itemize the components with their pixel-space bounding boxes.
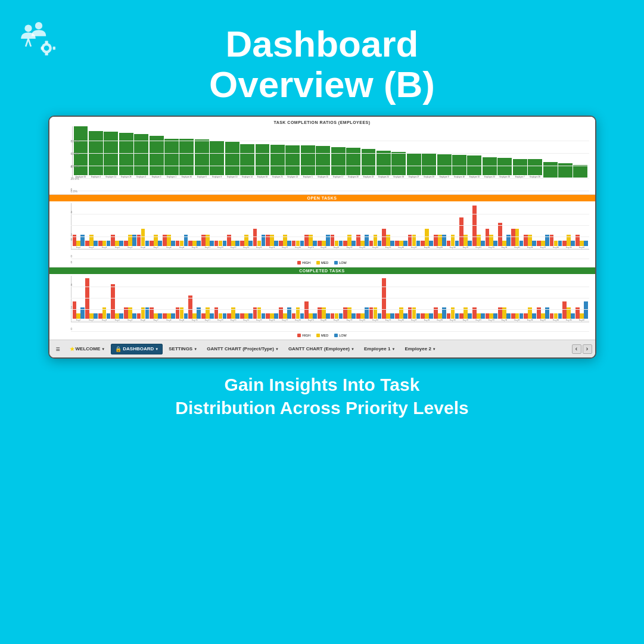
settings-button[interactable]: SETTINGS ▼: [165, 344, 201, 353]
completion-bar: [195, 139, 209, 176]
open-bar: [76, 241, 80, 247]
completed-bar: [351, 313, 356, 319]
completion-bar: [573, 165, 587, 178]
nav-prev-button[interactable]: ‹: [572, 344, 581, 354]
completion-bar: [316, 146, 330, 176]
completion-bar-group: [573, 165, 587, 178]
dashboard-button[interactable]: 🔒 DASHBOARD ▼: [111, 344, 163, 354]
completed-bar: [188, 295, 192, 319]
logo: [18, 18, 60, 60]
completed-bar: [107, 313, 111, 319]
completed-bar: [98, 313, 102, 319]
bottom-text: Gain Insights Into Task Distribution Acr…: [0, 373, 644, 419]
open-bar: [150, 241, 154, 247]
completed-bar: [378, 313, 382, 319]
completion-bar: [528, 159, 542, 176]
open-bar: [378, 241, 382, 247]
open-bar: [416, 241, 421, 247]
open-bar: [279, 241, 283, 247]
completed-tasks-title: COMPLETED TASKS: [49, 267, 595, 274]
completed-bar: [506, 313, 511, 319]
task-completion-title: TASK COMPLETION RATIOS (EMPLOYEES): [54, 120, 590, 125]
completion-bar: [407, 153, 421, 175]
open-bar: [502, 241, 506, 247]
completed-bar: [386, 313, 390, 319]
gantt-project-button[interactable]: GANTT CHART (Project/Type) ▼: [203, 344, 282, 353]
open-bar: [188, 241, 192, 247]
completed-bar: [416, 313, 421, 319]
nav-controls: ‹ ›: [572, 344, 592, 354]
completion-bar: [210, 141, 224, 175]
completed-bar: [248, 313, 253, 319]
open-bar: [141, 229, 145, 246]
completed-bar: [111, 284, 115, 319]
taskbar: ≡ ★ WELCOME ▼ 🔒 DASHBOARD ▼ SETTINGS ▼ G…: [49, 340, 595, 357]
employee2-chevron: ▼: [433, 347, 436, 351]
open-bar: [481, 241, 485, 247]
completed-bar: [360, 313, 365, 319]
employee2-label: Employee 2: [405, 346, 431, 351]
open-bar: [468, 241, 472, 247]
open-bar: [571, 241, 575, 247]
open-bar: [210, 241, 214, 247]
completion-bar-group: Employee 13: [225, 142, 239, 178]
svg-rect-7: [53, 46, 55, 49]
open-bar: [180, 241, 184, 247]
gantt-employee-button[interactable]: GANTT CHART (Employee) ▼: [285, 344, 358, 353]
open-bar: [235, 241, 239, 247]
employee1-chevron: ▼: [391, 347, 395, 351]
completed-bar: [584, 301, 588, 319]
open-bar: [240, 241, 244, 247]
open-bar: [447, 241, 451, 247]
open-bar: [335, 241, 339, 247]
open-bar: [98, 241, 102, 247]
open-bar-group: Emp32: [472, 206, 485, 249]
completed-bar: [73, 301, 77, 319]
open-bar: [486, 229, 490, 246]
hamburger-menu[interactable]: ≡: [52, 343, 64, 355]
completed-bar: [524, 313, 528, 319]
completed-bar: [550, 313, 554, 319]
employee2-button[interactable]: Employee 2 ▼: [401, 344, 439, 353]
completed-bar: [137, 313, 141, 319]
completion-bar-group: Employee 15: [316, 146, 330, 179]
open-tasks-chart: OPEN TASKS 8 6 4 2 0 Emp1Emp2Emp3Emp4Emp…: [49, 195, 595, 267]
open-bar: [322, 241, 326, 247]
open-bar: [124, 241, 128, 247]
completion-bar-group: Employee 3: [150, 136, 164, 178]
employee1-button[interactable]: Employee 1 ▼: [360, 344, 399, 353]
open-tasks-legend: HIGH MED LOW: [54, 261, 590, 266]
open-bar: [145, 241, 150, 247]
completion-bar: [179, 139, 194, 176]
welcome-button[interactable]: ★ WELCOME ▼: [66, 344, 109, 354]
open-bar: [197, 241, 201, 247]
completed-bar: [493, 313, 497, 319]
completed-bar: [515, 313, 519, 319]
open-bar: [554, 241, 558, 247]
completed-bar: [292, 313, 296, 319]
open-bar: [292, 241, 296, 247]
open-bar-group: Emp33: [486, 229, 498, 249]
completed-tasks-area: 8 6 4 2 0 Emp1Emp2Emp3Emp4Emp5Emp6Emp7Em…: [54, 276, 590, 332]
open-bar: [455, 241, 459, 247]
open-bar: [360, 241, 365, 247]
open-bar-group: Emp15: [253, 229, 266, 249]
completed-bar-group: Emp1: [73, 301, 85, 322]
open-bar: [102, 241, 107, 247]
completion-bar-group: Employee 9: [210, 141, 224, 178]
completed-bar: [455, 313, 459, 319]
completed-bar: [192, 313, 197, 319]
completed-bar: [274, 313, 278, 319]
completion-bar-group: Employee 24: [377, 151, 391, 179]
completion-bar-group: Employee 5: [301, 145, 315, 179]
open-bar: [119, 241, 123, 247]
completion-bar-group: Employee 40: [179, 139, 194, 179]
open-bar: [257, 241, 262, 247]
settings-chevron: ▼: [194, 347, 197, 351]
completion-bar: [391, 152, 406, 176]
nav-next-button[interactable]: ›: [583, 344, 592, 354]
completion-bar: [422, 154, 436, 175]
open-bar: [498, 223, 502, 246]
open-bar: [296, 241, 300, 247]
open-bar: [192, 241, 197, 247]
